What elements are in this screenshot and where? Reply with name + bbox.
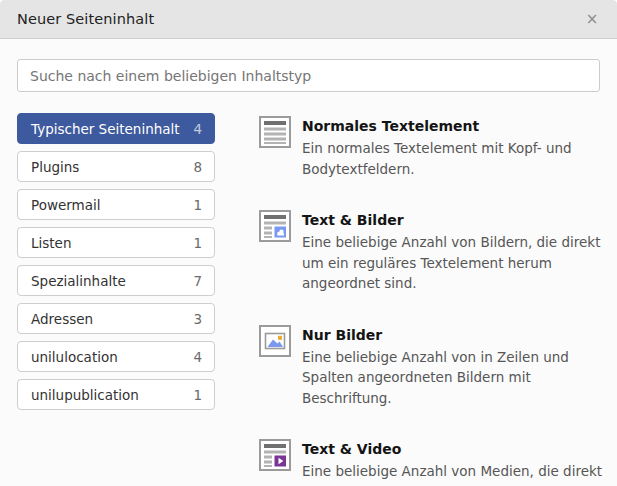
- content-type-description: Eine beliebige Anzahl von Medien, die di…: [302, 461, 604, 486]
- sidebar-category-count: 3: [193, 311, 202, 327]
- sidebar-category-item[interactable]: Listen 1: [17, 227, 215, 258]
- content-type-item[interactable]: Normales Textelement Ein normales Textel…: [259, 116, 604, 179]
- sidebar-category-count: 1: [193, 387, 202, 403]
- sidebar-category-count: 8: [193, 159, 202, 175]
- sidebar-category-count: 1: [193, 235, 202, 251]
- content-type-item[interactable]: Text & Video Eine beliebige Anzahl von M…: [259, 439, 604, 486]
- sidebar-category-item[interactable]: unilulocation 4: [17, 341, 215, 372]
- content-type-title: Nur Bilder: [302, 325, 604, 346]
- text-element-icon: [259, 116, 291, 148]
- sidebar-category-label: unilulocation: [31, 349, 118, 365]
- search-input[interactable]: [17, 59, 600, 92]
- sidebar-category-item[interactable]: Powermail 1: [17, 189, 215, 220]
- content-type-description: Eine beliebige Anzahl von in Zeilen und …: [302, 347, 604, 409]
- dialog-title: Neuer Seiteninhalt: [17, 11, 154, 27]
- sidebar-category-label: unilupublication: [31, 387, 139, 403]
- sidebar-category-label: Powermail: [31, 197, 101, 213]
- images-only-icon: [259, 325, 291, 357]
- sidebar-category-label: Listen: [31, 235, 71, 251]
- content-type-title: Text & Video: [302, 439, 604, 460]
- sidebar-category-count: 1: [193, 197, 202, 213]
- sidebar-category-label: Adressen: [31, 311, 93, 327]
- content-type-description: Ein normales Textelement mit Kopf- und B…: [302, 138, 604, 179]
- text-images-icon: [259, 210, 291, 242]
- sidebar-category-count: 7: [193, 273, 202, 289]
- new-content-dialog: Neuer Seiteninhalt × Typischer Seiteninh…: [0, 0, 617, 486]
- dialog-header: Neuer Seiteninhalt ×: [0, 0, 617, 39]
- sidebar-category-count: 4: [193, 349, 202, 365]
- sidebar-category-count: 4: [193, 121, 202, 137]
- sidebar-category-label: Plugins: [31, 159, 79, 175]
- sidebar: Typischer Seiteninhalt 4 Plugins 8 Power…: [17, 113, 215, 417]
- sidebar-category-item[interactable]: Typischer Seiteninhalt 4: [17, 113, 215, 144]
- content-type-title: Normales Textelement: [302, 116, 604, 137]
- sidebar-category-item[interactable]: Adressen 3: [17, 303, 215, 334]
- content-type-item[interactable]: Text & Bilder Eine beliebige Anzahl von …: [259, 210, 604, 294]
- text-video-icon: [259, 439, 291, 471]
- sidebar-category-label: Typischer Seiteninhalt: [31, 121, 180, 137]
- content-type-title: Text & Bilder: [302, 210, 604, 231]
- content-type-description: Eine beliebige Anzahl von Bildern, die d…: [302, 232, 604, 294]
- sidebar-category-label: Spezialinhalte: [31, 273, 126, 289]
- close-icon[interactable]: ×: [578, 0, 606, 38]
- sidebar-category-item[interactable]: unilupublication 1: [17, 379, 215, 410]
- content-type-item[interactable]: Nur Bilder Eine beliebige Anzahl von in …: [259, 325, 604, 409]
- sidebar-category-item[interactable]: Spezialinhalte 7: [17, 265, 215, 296]
- sidebar-category-item[interactable]: Plugins 8: [17, 151, 215, 182]
- content-type-list: Normales Textelement Ein normales Textel…: [259, 116, 604, 486]
